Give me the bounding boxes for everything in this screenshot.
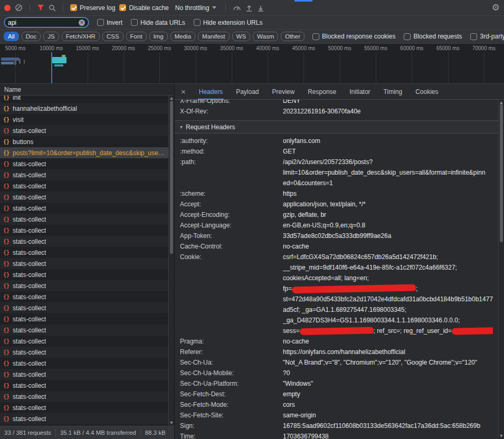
request-row[interactable]: {}stats-collect	[0, 236, 168, 247]
request-row[interactable]: {}stats-collect	[0, 169, 168, 180]
type-filter-other[interactable]: Other	[281, 32, 305, 41]
request-row[interactable]: {}init	[0, 96, 168, 103]
preserve-log-checkbox[interactable]: Preserve log	[70, 4, 115, 12]
request-list-viewport: {}init{}hannahelizabethofficial{}visit{}…	[0, 96, 168, 426]
request-row[interactable]: {}stats-collect	[0, 291, 168, 302]
request-row[interactable]: {}stats-collect	[0, 313, 168, 325]
timeline-tick-label: 50000 ms	[325, 45, 355, 51]
filter-input[interactable]	[8, 19, 75, 26]
type-filter-doc[interactable]: Doc	[22, 32, 41, 41]
tab-timing[interactable]: Timing	[384, 84, 403, 100]
request-row[interactable]: {}stats-collect	[0, 402, 168, 413]
timeline-gridline	[196, 52, 196, 83]
header-value: ?0	[283, 368, 493, 378]
request-name: stats-collect	[13, 371, 46, 378]
header-row: Sec-Ch-Ua-Mobile:?0	[175, 368, 498, 378]
request-row[interactable]: {}hannahelizabethofficial	[0, 103, 168, 114]
transferred-size: 35.1 kB / 4.4 MB transferred	[56, 430, 140, 436]
request-row[interactable]: {}stats-collect	[0, 192, 168, 203]
type-filter-css[interactable]: CSS	[102, 32, 123, 41]
request-row[interactable]: {}stats-collect	[0, 325, 168, 336]
request-row[interactable]: {}stats-collect	[0, 258, 168, 269]
detail-scrollbar[interactable]	[498, 100, 504, 439]
search-icon[interactable]	[49, 4, 56, 12]
request-row[interactable]: {}buttons	[0, 136, 168, 147]
tab-payload[interactable]: Payload	[236, 84, 259, 100]
type-filter-wasm[interactable]: Wasm	[253, 32, 278, 41]
blocked-response-cookies-checkbox[interactable]: Blocked response cookies	[312, 33, 395, 40]
json-braces-icon: {}	[3, 371, 9, 377]
export-har-icon[interactable]	[257, 4, 264, 12]
scroll-down-arrow-icon[interactable]	[170, 422, 173, 424]
filter-input-box[interactable]: ×	[4, 17, 89, 27]
throttling-select[interactable]: No throttling	[173, 4, 219, 12]
type-filter-ws[interactable]: WS	[232, 32, 251, 41]
throttling-value: No throttling	[175, 4, 210, 12]
request-list-scrollbar[interactable]	[168, 96, 174, 426]
record-button[interactable]	[4, 5, 11, 11]
json-braces-icon: {}	[3, 305, 9, 311]
tab-response[interactable]: Response	[308, 84, 336, 100]
request-row[interactable]: {}stats-collect	[0, 214, 168, 225]
hide-data-urls-checkbox[interactable]: Hide data URLs	[131, 19, 185, 26]
request-row[interactable]: {}stats-collect	[0, 247, 168, 258]
request-row[interactable]: {}posts?limit=10&order=publish_date_desc…	[0, 147, 168, 158]
request-row[interactable]: {}stats-collect	[0, 391, 168, 402]
request-row[interactable]: {}stats-collect	[0, 380, 168, 391]
invert-checkbox[interactable]: Invert	[97, 19, 122, 26]
request-row[interactable]: {}stats-collect	[0, 180, 168, 192]
scrollbar-thumb[interactable]	[500, 104, 503, 242]
header-name: :scheme:	[180, 188, 283, 199]
request-row[interactable]: {}stats-collect	[0, 358, 168, 369]
request-row[interactable]: {}stats-collect	[0, 336, 168, 347]
request-row[interactable]: {}stats-collect	[0, 158, 168, 169]
request-headers-section-header[interactable]: ▾ Request Headers	[175, 121, 498, 133]
request-row[interactable]: {}visit	[0, 114, 168, 125]
request-row[interactable]: {}stats-collect	[0, 347, 168, 358]
checkbox-box	[470, 33, 477, 40]
type-filter-manifest[interactable]: Manifest	[198, 32, 229, 41]
scroll-up-arrow-icon[interactable]	[170, 97, 173, 100]
request-name: stats-collect	[13, 327, 46, 334]
tab-headers[interactable]: Headers	[199, 84, 223, 100]
tab-initiator[interactable]: Initiator	[349, 84, 370, 100]
network-conditions-icon[interactable]	[233, 5, 241, 11]
request-row[interactable]: {}stats-collect	[0, 203, 168, 214]
request-row[interactable]: {}stats-collect	[0, 269, 168, 280]
header-row: Sign:16785:5aad9602cf110608b03133de56364…	[175, 421, 498, 431]
blocked-requests-checkbox[interactable]: Blocked requests	[404, 33, 462, 40]
timeline-gridline	[448, 52, 449, 83]
overview-strip[interactable]: 5000 ms10000 ms15000 ms20000 ms25000 ms3…	[0, 44, 504, 84]
tab-cookies[interactable]: Cookies	[415, 84, 438, 100]
timeline-tick-label: 10000 ms	[36, 45, 66, 51]
hide-extension-urls-checkbox[interactable]: Hide extension URLs	[194, 19, 263, 26]
request-row[interactable]: {}stats-collect	[0, 302, 168, 313]
request-row[interactable]: {}stats-collect	[0, 369, 168, 380]
type-filter-font[interactable]: Font	[126, 32, 147, 41]
request-row[interactable]: {}stats-collect	[0, 413, 168, 424]
scrollbar-thumb[interactable]	[170, 101, 173, 254]
request-row[interactable]: {}stats-collect	[0, 125, 168, 136]
clear-filter-icon[interactable]: ×	[79, 20, 85, 26]
request-row[interactable]: {}stats-collect	[0, 225, 168, 236]
disable-cache-checkbox[interactable]: Disable cache	[119, 4, 168, 12]
tab-preview[interactable]: Preview	[272, 84, 295, 100]
header-name: App-Token:	[180, 231, 283, 241]
type-filter-fetch-xhr[interactable]: Fetch/XHR	[62, 32, 100, 41]
clear-icon[interactable]	[15, 4, 23, 12]
activity-bar	[24, 60, 25, 64]
close-icon[interactable]: ×	[181, 88, 186, 96]
settings-gear-icon[interactable]: ⚙	[492, 3, 500, 12]
type-filter-media[interactable]: Media	[170, 32, 195, 41]
name-column-header[interactable]: Name	[0, 84, 174, 96]
3rd-party-requests-checkbox[interactable]: 3rd-party requests	[470, 33, 504, 40]
header-name: Sign:	[180, 421, 283, 431]
request-row[interactable]: {}stats-collect	[0, 280, 168, 291]
request-name: stats-collect	[13, 249, 46, 256]
scroll-down-arrow-icon[interactable]	[500, 435, 503, 437]
import-har-icon[interactable]	[245, 4, 253, 12]
type-filter-js[interactable]: JS	[43, 32, 59, 41]
type-filter-img[interactable]: Img	[149, 32, 168, 41]
type-filter-all[interactable]: All	[4, 32, 19, 41]
filter-icon[interactable]	[37, 4, 44, 11]
